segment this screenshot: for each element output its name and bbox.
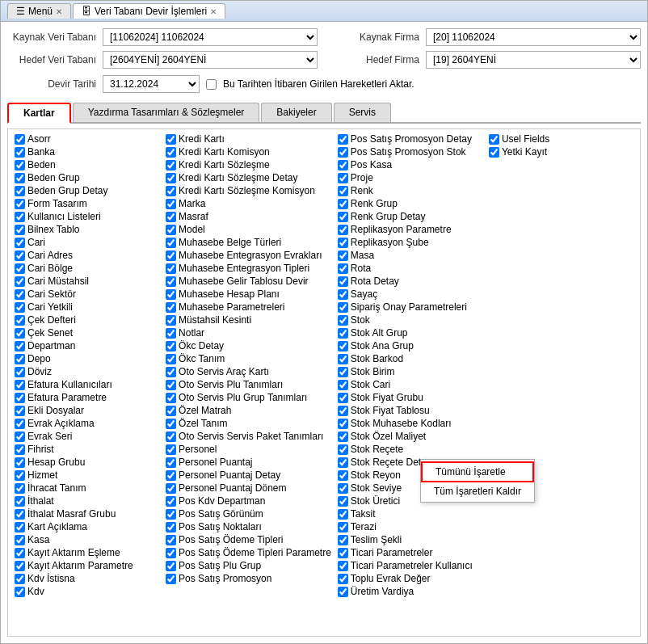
item-checkbox[interactable] [166, 315, 176, 326]
item-checkbox[interactable] [15, 341, 25, 351]
item-checkbox[interactable] [166, 535, 176, 545]
item-checkbox[interactable] [15, 574, 25, 584]
item-checkbox[interactable] [15, 263, 25, 274]
menu-tab-close[interactable]: ✕ [56, 7, 62, 16]
item-checkbox[interactable] [15, 354, 25, 364]
item-checkbox[interactable] [338, 496, 348, 507]
item-checkbox[interactable] [166, 483, 176, 494]
item-checkbox[interactable] [15, 250, 25, 261]
item-checkbox[interactable] [15, 380, 25, 390]
item-checkbox[interactable] [338, 276, 348, 287]
item-checkbox[interactable] [489, 134, 499, 145]
item-checkbox[interactable] [338, 444, 348, 455]
item-checkbox[interactable] [338, 380, 348, 390]
item-checkbox[interactable] [15, 134, 25, 145]
item-checkbox[interactable] [15, 548, 25, 558]
item-checkbox[interactable] [166, 186, 176, 196]
context-menu-tumunu[interactable]: Tümünü İşaretle [421, 461, 534, 482]
hedef-veri-select[interactable]: [2604YENİ] 2604YENİ [103, 51, 318, 69]
item-checkbox[interactable] [338, 328, 348, 339]
tab-yazdirma[interactable]: Yazdırma Tasarımları & Sözleşmeler [73, 103, 260, 122]
item-checkbox[interactable] [166, 160, 176, 170]
item-checkbox[interactable] [338, 535, 348, 545]
item-checkbox[interactable] [338, 341, 348, 351]
item-checkbox[interactable] [15, 238, 25, 248]
item-checkbox[interactable] [166, 406, 176, 416]
item-checkbox[interactable] [338, 354, 348, 364]
item-checkbox[interactable] [15, 406, 25, 416]
item-checkbox[interactable] [166, 276, 176, 287]
item-checkbox[interactable] [338, 186, 348, 196]
tab-bakiyeler[interactable]: Bakiyeler [261, 103, 331, 122]
item-checkbox[interactable] [338, 302, 348, 313]
context-menu-kaldir[interactable]: Tüm İşaretleri Kaldır [421, 482, 534, 500]
item-checkbox[interactable] [15, 302, 25, 313]
item-checkbox[interactable] [166, 263, 176, 274]
item-checkbox[interactable] [15, 173, 25, 183]
item-checkbox[interactable] [338, 315, 348, 326]
item-checkbox[interactable] [15, 444, 25, 455]
item-checkbox[interactable] [15, 483, 25, 494]
hedef-firma-select[interactable]: [19] 2604YENİ [426, 51, 641, 69]
item-checkbox[interactable] [166, 509, 176, 520]
item-checkbox[interactable] [166, 496, 176, 507]
item-checkbox[interactable] [338, 561, 348, 571]
item-checkbox[interactable] [338, 406, 348, 416]
item-checkbox[interactable] [15, 276, 25, 287]
item-checkbox[interactable] [338, 225, 348, 235]
kaynak-firma-select[interactable]: [20] 11062024 [426, 28, 641, 46]
tab-kartlar[interactable]: Kartlar [7, 103, 71, 124]
item-checkbox[interactable] [166, 380, 176, 390]
item-checkbox[interactable] [15, 587, 25, 597]
item-checkbox[interactable] [15, 561, 25, 571]
item-checkbox[interactable] [338, 587, 348, 597]
item-checkbox[interactable] [338, 483, 348, 494]
item-checkbox[interactable] [15, 457, 25, 468]
item-checkbox[interactable] [15, 367, 25, 377]
item-checkbox[interactable] [166, 173, 176, 183]
item-checkbox[interactable] [489, 147, 499, 158]
item-checkbox[interactable] [338, 263, 348, 274]
item-checkbox[interactable] [338, 134, 348, 145]
item-checkbox[interactable] [338, 212, 348, 222]
item-checkbox[interactable] [166, 522, 176, 532]
item-checkbox[interactable] [15, 315, 25, 326]
item-checkbox[interactable] [338, 147, 348, 158]
item-checkbox[interactable] [15, 289, 25, 300]
tab-veri-tabani[interactable]: 🗄 Veri Tabanı Devir İşlemleri ✕ [73, 3, 225, 19]
item-checkbox[interactable] [338, 431, 348, 442]
item-checkbox[interactable] [15, 496, 25, 507]
item-checkbox[interactable] [166, 431, 176, 442]
item-checkbox[interactable] [166, 470, 176, 481]
item-checkbox[interactable] [166, 147, 176, 158]
item-checkbox[interactable] [166, 134, 176, 145]
item-checkbox[interactable] [166, 238, 176, 248]
item-checkbox[interactable] [166, 341, 176, 351]
item-checkbox[interactable] [166, 457, 176, 468]
tab-menu[interactable]: ☰ Menü ✕ [7, 3, 71, 19]
item-checkbox[interactable] [15, 431, 25, 442]
item-checkbox[interactable] [15, 199, 25, 209]
item-checkbox[interactable] [338, 238, 348, 248]
item-checkbox[interactable] [338, 509, 348, 520]
item-checkbox[interactable] [15, 419, 25, 429]
kaynak-veri-select[interactable]: [11062024] 11062024 [103, 28, 318, 46]
item-checkbox[interactable] [15, 393, 25, 403]
item-checkbox[interactable] [338, 160, 348, 170]
item-checkbox[interactable] [338, 522, 348, 532]
item-checkbox[interactable] [15, 509, 25, 520]
item-checkbox[interactable] [15, 186, 25, 196]
item-checkbox[interactable] [166, 444, 176, 455]
item-checkbox[interactable] [15, 522, 25, 532]
item-checkbox[interactable] [338, 173, 348, 183]
item-checkbox[interactable] [166, 419, 176, 429]
item-checkbox[interactable] [338, 470, 348, 481]
item-checkbox[interactable] [338, 393, 348, 403]
item-checkbox[interactable] [338, 457, 348, 468]
item-checkbox[interactable] [166, 199, 176, 209]
tab-servis[interactable]: Servis [334, 103, 391, 122]
item-checkbox[interactable] [338, 574, 348, 584]
item-checkbox[interactable] [338, 367, 348, 377]
item-checkbox[interactable] [338, 419, 348, 429]
item-checkbox[interactable] [166, 393, 176, 403]
